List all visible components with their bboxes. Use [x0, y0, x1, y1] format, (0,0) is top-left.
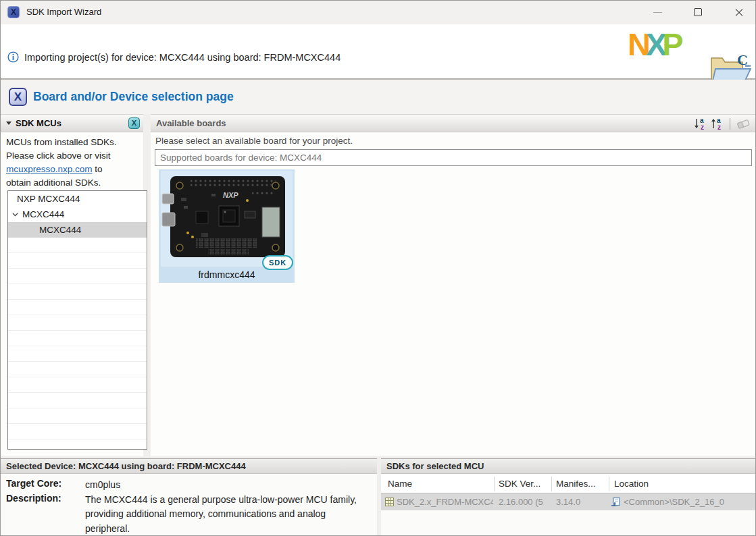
- sdks-table-header: Name SDK Ver... Manifes... Location: [381, 475, 756, 493]
- description-label: Description:: [6, 493, 85, 536]
- board-tile-frdmmcxc444[interactable]: NXP SDK frdmmcxc444: [159, 169, 295, 283]
- sdk-badge: SDK: [262, 255, 293, 270]
- selected-device-header: Selected Device: MCXC444 using board: FR…: [6, 461, 246, 471]
- desc-line: Please click above or visit: [6, 151, 111, 161]
- desc-line: obtain additional SDKs.: [6, 178, 101, 188]
- tree-empty-row: [8, 362, 147, 377]
- board-filter-input[interactable]: [155, 149, 752, 166]
- svg-text:NXP: NXP: [223, 191, 238, 199]
- maximize-button[interactable]: [683, 1, 714, 24]
- description-value: The MCXC444 is a general purpose ultra-l…: [85, 493, 369, 536]
- mcuxpresso-x-icon: X: [9, 88, 27, 106]
- col-sdk-version[interactable]: SDK Ver...: [499, 479, 547, 489]
- boards-prompt: Please select an available board for you…: [155, 136, 353, 146]
- mcu-tree: NXP MCXC444 MCXC444 MCXC444: [7, 190, 147, 450]
- title-bar: X SDK Import Wizard: [1, 1, 756, 24]
- sdk-package-icon: [385, 498, 394, 506]
- close-button[interactable]: [724, 1, 755, 24]
- tree-empty-row: [8, 331, 147, 346]
- mcuxpresso-link[interactable]: mcuxpresso.nxp.com: [6, 164, 93, 174]
- tree-item-leaf-selected[interactable]: MCXC444: [8, 222, 147, 238]
- nxp-logo-p: P: [662, 26, 678, 62]
- col-name[interactable]: Name: [388, 479, 490, 489]
- minimize-button[interactable]: [642, 1, 674, 24]
- tree-empty-row: [8, 424, 147, 439]
- column-separator[interactable]: [551, 477, 552, 491]
- device-details: Target Core: cm0plus Description: The MC…: [6, 478, 374, 536]
- board-photo: NXP: [161, 171, 293, 267]
- nxp-logo: NXP: [628, 28, 679, 61]
- sdk-mcus-close-icon[interactable]: X: [128, 117, 140, 129]
- column-separator[interactable]: [609, 477, 609, 491]
- col-manifest[interactable]: Manifes...: [556, 479, 605, 489]
- tree-empty-row: [8, 377, 147, 393]
- tree-empty-row: [8, 238, 147, 253]
- minimize-icon: [653, 12, 662, 13]
- sdk-mcus-description: MCUs from installed SDKs. Please click a…: [6, 136, 144, 190]
- sort-descending-icon[interactable]: a z: [693, 116, 708, 131]
- dropdown-arrow-icon: [6, 122, 11, 125]
- tree-empty-row: [8, 253, 147, 269]
- target-core-label: Target Core:: [6, 478, 85, 493]
- available-boards-header-bar: Available boards a z a z: [151, 114, 756, 132]
- window-title: SDK Import Wizard: [26, 7, 101, 17]
- desc-line: MCUs from installed SDKs.: [6, 137, 117, 147]
- sdk-location: <Common>\SDK_2_16_0: [624, 497, 724, 507]
- sdk-mcus-header-bar: SDK MCUs X: [1, 114, 143, 132]
- sdk-manifest: 3.14.0: [556, 497, 606, 507]
- tree-empty-row: [8, 284, 147, 300]
- target-core-value: cm0plus: [85, 478, 369, 493]
- board-name: frdmmcxc444: [159, 269, 295, 280]
- info-icon: [7, 51, 19, 63]
- wizard-banner: Importing project(s) for device: MCXC444…: [1, 24, 756, 80]
- tree-item-root[interactable]: NXP MCXC444: [8, 191, 147, 207]
- app-icon: X: [7, 6, 20, 18]
- toolbar-separator: [730, 118, 730, 130]
- sdk-import-wizard-window: X SDK Import Wizard Importing project(s)…: [0, 0, 756, 536]
- chevron-down-icon: [12, 211, 18, 217]
- sdks-bar: SDKs for selected MCU: [381, 458, 756, 474]
- column-separator[interactable]: [494, 477, 495, 491]
- tree-empty-row: [8, 300, 147, 315]
- location-zip-icon: [611, 497, 621, 507]
- nxp-logo-x: X: [646, 26, 662, 62]
- svg-text:z: z: [701, 124, 704, 131]
- banner-message: Importing project(s) for device: MCXC444…: [24, 52, 341, 63]
- tree-item-group[interactable]: MCXC444: [8, 207, 147, 222]
- sdk-mcus-header[interactable]: SDK MCUs: [6, 118, 61, 128]
- maximize-icon: [694, 8, 702, 16]
- selected-device-bar: Selected Device: MCXC444 using board: FR…: [1, 458, 377, 474]
- tree-empty-rows: [8, 238, 147, 439]
- col-location[interactable]: Location: [614, 479, 753, 489]
- desc-line: to: [93, 164, 103, 174]
- sdk-name: SDK_2.x_FRDM-MCXC444: [397, 497, 493, 507]
- boards-toolbar: a z a z: [693, 116, 751, 131]
- tree-empty-row: [8, 408, 147, 424]
- tree-empty-row: [8, 269, 147, 284]
- sdk-version: 2.16.000 (5: [499, 497, 549, 507]
- available-boards-header: Available boards: [156, 118, 226, 128]
- svg-text:z: z: [717, 124, 721, 131]
- tree-empty-row: [8, 393, 147, 408]
- sdks-header: SDKs for selected MCU: [386, 461, 484, 471]
- sort-ascending-icon[interactable]: a z: [710, 116, 725, 131]
- tree-empty-row: [8, 346, 147, 362]
- nxp-logo-n: N: [628, 26, 646, 62]
- clear-filter-eraser-icon: [735, 116, 751, 131]
- sdk-table-row[interactable]: SDK_2.x_FRDM-MCXC444 2.16.000 (5 3.14.0 …: [381, 494, 756, 510]
- page-title: Board and/or Device selection page: [33, 90, 234, 104]
- tree-empty-row: [8, 315, 147, 331]
